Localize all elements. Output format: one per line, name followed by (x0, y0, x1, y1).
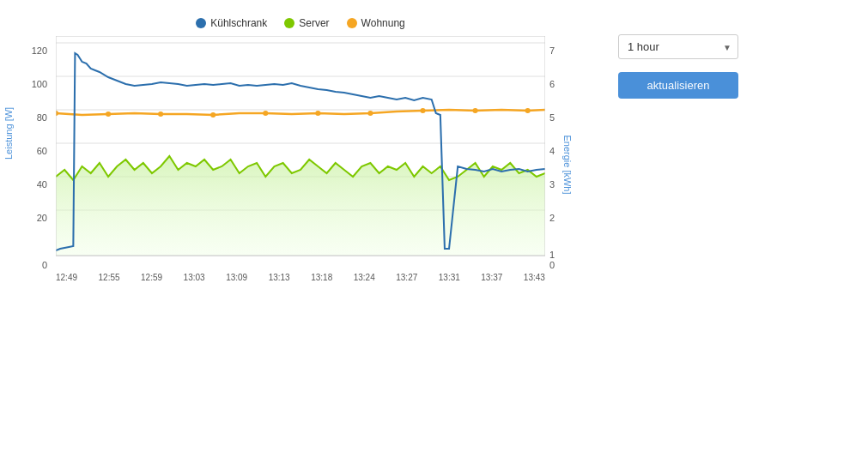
svg-text:0: 0 (549, 260, 555, 270)
legend-dot-wohnung (347, 18, 357, 28)
svg-text:120: 120 (32, 45, 47, 56)
svg-point-24 (525, 108, 531, 113)
x-label-10: 13:37 (481, 273, 502, 282)
svg-text:40: 40 (37, 179, 47, 190)
svg-text:6: 6 (549, 79, 555, 89)
svg-point-21 (367, 111, 373, 116)
time-range-dropdown-wrapper: 1 hour 6 hours 12 hours 24 hours ▼ (618, 34, 738, 59)
legend-dot-kuehlschrank (196, 18, 206, 28)
svg-point-18 (210, 112, 215, 117)
svg-text:4: 4 (549, 146, 555, 156)
svg-text:7: 7 (549, 45, 555, 56)
chart-legend: Kühlschrank Server Wohnung (9, 17, 592, 29)
time-range-dropdown[interactable]: 1 hour 6 hours 12 hours 24 hours (618, 34, 738, 59)
svg-text:0: 0 (42, 260, 47, 270)
chart-svg (56, 36, 545, 268)
svg-text:3: 3 (549, 179, 555, 190)
svg-text:60: 60 (37, 146, 47, 156)
legend-label-kuehlschrank: Kühlschrank (210, 17, 267, 29)
controls-panel: 1 hour 6 hours 12 hours 24 hours ▼ aktua… (592, 17, 738, 459)
svg-text:2: 2 (549, 213, 555, 223)
legend-item-wohnung: Wohnung (347, 17, 405, 29)
x-label-4: 13:09 (226, 273, 247, 282)
svg-point-17 (158, 111, 163, 117)
svg-point-23 (473, 108, 478, 113)
aktualisieren-button[interactable]: aktualisieren (618, 72, 738, 99)
legend-dot-server (284, 18, 294, 28)
legend-label-wohnung: Wohnung (361, 17, 405, 29)
legend-label-server: Server (299, 17, 329, 29)
x-label-1: 12:55 (99, 273, 120, 282)
x-label-2: 12:59 (141, 273, 162, 282)
legend-item-server: Server (284, 17, 329, 29)
legend-item-kuehlschrank: Kühlschrank (196, 17, 267, 29)
svg-text:5: 5 (549, 112, 555, 123)
y-axis-right-label: Energie [kWh] (561, 135, 572, 194)
x-label-6: 13:18 (311, 273, 332, 282)
svg-text:100: 100 (32, 79, 47, 89)
svg-text:1: 1 (549, 250, 555, 260)
svg-point-22 (420, 108, 425, 113)
y-axis-left-ticks: 120 100 80 60 40 20 0 (21, 44, 52, 275)
x-label-8: 13:27 (396, 273, 417, 282)
x-label-0: 12:49 (56, 273, 77, 282)
svg-point-16 (106, 111, 111, 117)
svg-text:20: 20 (37, 213, 47, 223)
x-label-9: 13:31 (439, 273, 460, 282)
chart-svg-container: 12:49 12:55 12:59 13:03 13:09 13:13 13:1… (56, 36, 545, 282)
svg-text:80: 80 (37, 112, 47, 123)
x-label-7: 13:24 (354, 273, 375, 282)
svg-point-20 (315, 111, 320, 116)
svg-marker-14 (56, 156, 545, 256)
x-label-5: 13:13 (269, 273, 290, 282)
svg-point-19 (263, 111, 268, 116)
x-label-11: 13:43 (524, 273, 545, 282)
y-axis-left-label: Leistung [W] (3, 106, 14, 159)
x-axis-labels: 12:49 12:55 12:59 13:03 13:09 13:13 13:1… (56, 270, 545, 282)
x-label-3: 13:03 (184, 273, 205, 282)
